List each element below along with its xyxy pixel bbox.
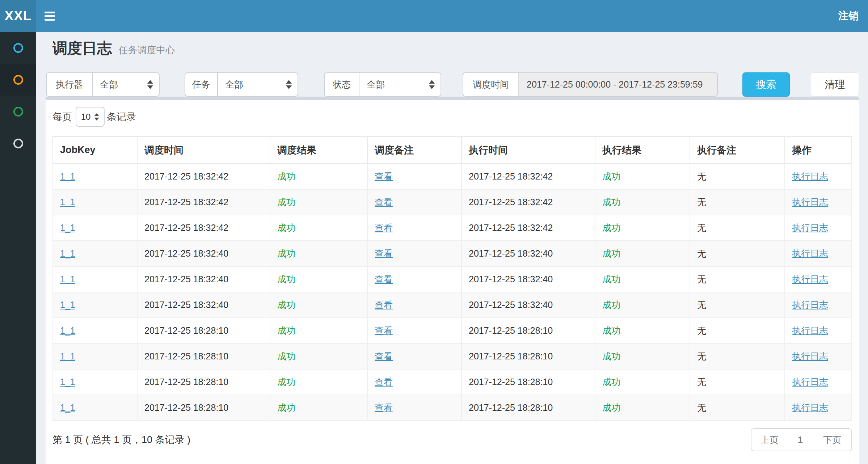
sidebar-item[interactable]	[0, 32, 36, 64]
time-range-label: 调度时间	[463, 72, 518, 97]
exec-msg: 无	[697, 325, 706, 336]
table-row: 1_1 2017-12-25 18:32:42 成功 查看 2017-12-25…	[53, 189, 852, 215]
job-filter-value: 全部	[225, 79, 243, 90]
select-stepper-icon	[94, 113, 99, 121]
table-header-cell: 操作	[785, 136, 852, 164]
trigger-msg-link[interactable]: 查看	[375, 248, 393, 258]
exec-log-link[interactable]: 执行日志	[792, 325, 828, 336]
exec-log-link[interactable]: 执行日志	[792, 402, 828, 413]
status-filter-value: 全部	[367, 79, 385, 90]
jobkey-link[interactable]: 1_1	[60, 300, 75, 310]
pagesize-row: 每页 10 条记录	[52, 107, 859, 127]
table-footer: 第 1 页 ( 总共 1 页，10 条记录 ) 上页 1 下页	[46, 428, 859, 451]
trigger-result: 成功	[277, 223, 295, 233]
trigger-result: 成功	[277, 274, 295, 284]
jobkey-link[interactable]: 1_1	[60, 274, 75, 284]
trigger-time: 2017-12-25 18:32:42	[144, 171, 228, 181]
exec-time: 2017-12-25 18:28:10	[469, 377, 553, 387]
sidebar-toggle-button[interactable]	[45, 0, 61, 32]
trigger-msg-link[interactable]: 查看	[375, 171, 393, 181]
exec-msg: 无	[697, 197, 706, 207]
app-logo[interactable]: XXL	[0, 0, 36, 32]
page-summary: 第 1 页 ( 总共 1 页，10 条记录 )	[52, 433, 190, 446]
exec-log-link[interactable]: 执行日志	[792, 274, 828, 284]
jobkey-link[interactable]: 1_1	[60, 223, 75, 233]
sidebar-item[interactable]	[0, 96, 36, 127]
trigger-result: 成功	[277, 377, 295, 387]
trigger-msg-link[interactable]: 查看	[375, 351, 393, 361]
search-button[interactable]: 搜索	[742, 72, 790, 97]
time-range-input[interactable]: 2017-12-25 00:00:00 - 2017-12-25 23:59:5…	[518, 72, 718, 97]
table-row: 1_1 2017-12-25 18:32:40 成功 查看 2017-12-25…	[53, 241, 852, 266]
hamburger-icon	[45, 12, 55, 13]
exec-result: 成功	[602, 377, 620, 387]
table-row: 1_1 2017-12-25 18:32:42 成功 查看 2017-12-25…	[53, 164, 852, 189]
sidebar-nav	[0, 32, 36, 464]
exec-time: 2017-12-25 18:32:40	[469, 300, 553, 310]
trigger-msg-link[interactable]: 查看	[375, 300, 393, 310]
executor-filter-label: 执行器	[46, 72, 92, 97]
table-header-cell: 执行备注	[690, 136, 785, 164]
exec-result: 成功	[602, 171, 620, 181]
trigger-result: 成功	[277, 197, 295, 207]
prev-page-button[interactable]: 上页	[751, 429, 788, 451]
jobkey-link[interactable]: 1_1	[60, 248, 75, 258]
trigger-time: 2017-12-25 18:32:40	[144, 248, 228, 258]
exec-result: 成功	[602, 325, 620, 336]
job-filter-select[interactable]: 全部	[217, 72, 298, 97]
trigger-result: 成功	[277, 300, 295, 310]
clean-button[interactable]: 清理	[811, 72, 859, 97]
exec-time: 2017-12-25 18:32:40	[469, 274, 553, 284]
page-subtitle: 任务调度中心	[118, 45, 175, 55]
exec-msg: 无	[697, 300, 706, 310]
pagesize-select[interactable]: 10	[76, 107, 105, 127]
trigger-msg-link[interactable]: 查看	[375, 377, 393, 387]
trigger-time: 2017-12-25 18:28:10	[144, 402, 228, 413]
executor-filter-select[interactable]: 全部	[92, 72, 160, 97]
exec-msg: 无	[697, 377, 706, 387]
logout-link[interactable]: 注销	[838, 9, 859, 23]
exec-log-link[interactable]: 执行日志	[792, 377, 828, 387]
exec-log-link[interactable]: 执行日志	[792, 300, 828, 310]
jobkey-link[interactable]: 1_1	[60, 197, 75, 207]
next-page-button[interactable]: 下页	[813, 429, 851, 451]
exec-log-link[interactable]: 执行日志	[792, 351, 828, 361]
exec-result: 成功	[602, 402, 620, 413]
select-stepper-icon	[286, 80, 292, 89]
exec-result: 成功	[602, 274, 620, 284]
exec-log-link[interactable]: 执行日志	[792, 248, 828, 258]
status-filter-select[interactable]: 全部	[359, 72, 441, 97]
jobkey-link[interactable]: 1_1	[60, 351, 75, 361]
trigger-time: 2017-12-25 18:32:40	[144, 300, 228, 310]
jobkey-link[interactable]: 1_1	[60, 171, 75, 181]
table-row: 1_1 2017-12-25 18:28:10 成功 查看 2017-12-25…	[53, 369, 852, 395]
trigger-msg-link[interactable]: 查看	[375, 274, 393, 284]
exec-msg: 无	[697, 402, 706, 413]
trigger-time: 2017-12-25 18:28:10	[144, 377, 228, 387]
jobkey-link[interactable]: 1_1	[60, 377, 75, 387]
current-page-button[interactable]: 1	[788, 429, 813, 451]
exec-time: 2017-12-25 18:28:10	[469, 402, 553, 413]
exec-log-link[interactable]: 执行日志	[792, 171, 828, 181]
exec-time: 2017-12-25 18:28:10	[469, 351, 553, 361]
pagesize-prefix: 每页	[52, 110, 72, 123]
select-stepper-icon	[147, 80, 153, 89]
status-filter-label: 状态	[324, 72, 359, 97]
trigger-msg-link[interactable]: 查看	[375, 197, 393, 207]
trigger-msg-link[interactable]: 查看	[375, 325, 393, 336]
exec-log-link[interactable]: 执行日志	[792, 197, 828, 207]
page-header: 调度日志 任务调度中心	[52, 38, 175, 58]
main-content: 调度日志 任务调度中心 执行器 全部 任务 全部 状态 全部 调度时间 2017…	[36, 32, 868, 464]
jobkey-link[interactable]: 1_1	[60, 402, 75, 413]
jobkey-link[interactable]: 1_1	[60, 325, 75, 336]
exec-log-link[interactable]: 执行日志	[792, 223, 828, 233]
trigger-msg-link[interactable]: 查看	[375, 402, 393, 413]
sidebar-item[interactable]	[0, 127, 36, 159]
table-row: 1_1 2017-12-25 18:32:40 成功 查看 2017-12-25…	[53, 292, 852, 318]
trigger-msg-link[interactable]: 查看	[375, 223, 393, 233]
exec-time: 2017-12-25 18:32:42	[469, 171, 553, 181]
exec-time: 2017-12-25 18:32:42	[469, 197, 553, 207]
trigger-time: 2017-12-25 18:32:42	[144, 197, 228, 207]
sidebar-item[interactable]	[0, 64, 36, 96]
exec-result: 成功	[602, 351, 620, 361]
